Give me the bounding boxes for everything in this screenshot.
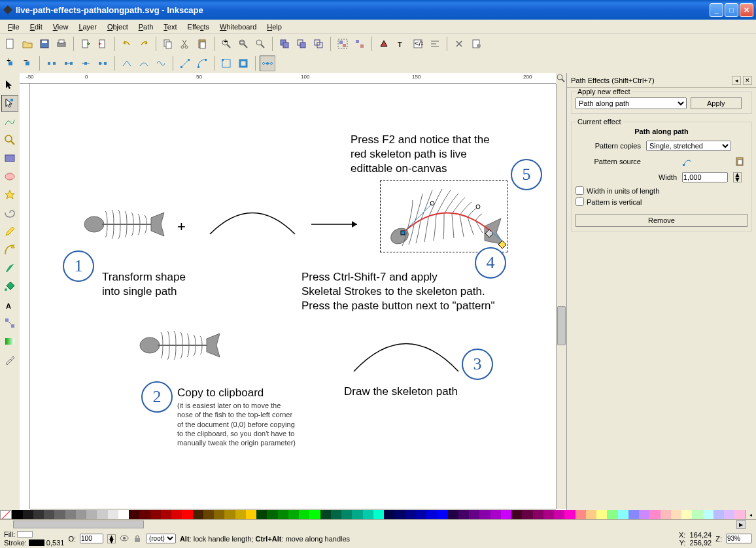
smooth-node-button[interactable] xyxy=(136,56,152,71)
paste-button[interactable] xyxy=(194,36,210,52)
pencil-tool[interactable] xyxy=(1,223,18,240)
zoom-fit-button[interactable] xyxy=(235,36,251,52)
stroke-swatch[interactable] xyxy=(29,539,44,546)
cusp-node-button[interactable] xyxy=(119,56,135,71)
menu-whiteboard[interactable]: Whiteboard xyxy=(215,21,262,33)
panel-close-icon[interactable]: ✕ xyxy=(743,76,752,85)
clone-button[interactable] xyxy=(294,36,309,52)
bezier-tool[interactable] xyxy=(1,241,18,258)
text-button[interactable]: T xyxy=(393,36,409,52)
object-to-path-button[interactable] xyxy=(218,56,234,71)
edit-path-icon[interactable] xyxy=(679,155,695,168)
zoom-page-button[interactable] xyxy=(252,36,268,52)
align-button[interactable] xyxy=(427,36,443,52)
ellipse-tool[interactable] xyxy=(1,168,18,185)
toolbar-node: + − xyxy=(0,54,756,73)
menu-file[interactable]: File xyxy=(3,21,25,33)
copy-button[interactable] xyxy=(160,36,176,52)
step-3-badge: 3 xyxy=(462,349,493,380)
show-handles-button[interactable] xyxy=(260,56,275,71)
join-node-button[interactable] xyxy=(61,56,77,71)
dropper-tool[interactable] xyxy=(1,351,18,368)
menu-effects[interactable]: Effects xyxy=(182,21,215,33)
tweak-tool[interactable] xyxy=(1,113,18,130)
remove-button[interactable]: Remove xyxy=(576,214,747,227)
palette-menu-icon[interactable]: ◂ xyxy=(746,510,756,519)
rect-tool[interactable] xyxy=(1,150,18,167)
export-button[interactable] xyxy=(95,36,111,52)
selector-tool[interactable] xyxy=(1,77,18,94)
join-segment-button[interactable] xyxy=(78,56,94,71)
paste-path-icon[interactable] xyxy=(732,155,747,168)
skeleton-arc xyxy=(351,332,462,375)
path-effects-panel: Path Effects (Shift+Ctrl+7) ◂ ✕ Apply ne… xyxy=(566,73,756,519)
zoom-icon[interactable] xyxy=(556,73,566,84)
duplicate-button[interactable] xyxy=(277,36,292,52)
text-tool[interactable]: A xyxy=(1,296,18,313)
menu-layer[interactable]: Layer xyxy=(73,21,102,33)
line-segment-button[interactable] xyxy=(177,56,193,71)
menu-help[interactable]: Help xyxy=(262,21,287,33)
effect-select[interactable]: Path along path xyxy=(576,97,687,109)
zoom-tool[interactable] xyxy=(1,131,18,148)
bucket-tool[interactable] xyxy=(1,278,18,295)
width-input[interactable] xyxy=(682,172,728,182)
pattern-vertical-checkbox[interactable] xyxy=(576,197,584,206)
doc-properties-button[interactable] xyxy=(468,36,484,52)
width-units-checkbox[interactable] xyxy=(576,186,584,195)
undo-button[interactable] xyxy=(119,36,135,52)
open-button[interactable] xyxy=(20,36,35,52)
break-node-button[interactable] xyxy=(44,56,60,71)
star-tool[interactable] xyxy=(1,186,18,203)
menu-view[interactable]: View xyxy=(48,21,74,33)
new-button[interactable] xyxy=(3,36,18,52)
palette-scroll[interactable]: ▶ xyxy=(0,520,756,529)
close-button[interactable]: ✕ xyxy=(740,3,753,17)
xml-editor-button[interactable]: </> xyxy=(410,36,426,52)
maximize-button[interactable]: □ xyxy=(725,3,738,17)
spiral-tool[interactable] xyxy=(1,205,18,222)
canvas[interactable]: + 1 Transform shape into single path Pre… xyxy=(30,84,556,509)
fill-swatch[interactable] xyxy=(17,531,33,538)
visibility-icon[interactable] xyxy=(120,534,129,544)
ungroup-button[interactable] xyxy=(352,36,368,52)
zoom-input[interactable] xyxy=(726,534,752,543)
pattern-copies-select[interactable]: Single, stretched xyxy=(646,141,731,151)
svg-line-84 xyxy=(403,203,432,233)
preferences-button[interactable] xyxy=(451,36,467,52)
group-button[interactable] xyxy=(335,36,351,52)
layer-select[interactable]: (root) xyxy=(146,534,176,543)
scrollbar-vertical[interactable] xyxy=(556,84,566,509)
stroke-to-path-button[interactable] xyxy=(235,56,251,71)
connector-tool[interactable] xyxy=(1,315,18,332)
node-tool[interactable] xyxy=(1,95,18,112)
calligraphy-tool[interactable] xyxy=(1,260,18,277)
panel-minimize-icon[interactable]: ◂ xyxy=(732,76,741,85)
redo-button[interactable] xyxy=(136,36,152,52)
print-button[interactable] xyxy=(54,36,69,52)
menu-path[interactable]: Path xyxy=(133,21,159,33)
save-button[interactable] xyxy=(37,36,52,52)
curve-segment-button[interactable] xyxy=(194,56,210,71)
gradient-tool[interactable] xyxy=(1,333,18,350)
unlink-clone-button[interactable] xyxy=(311,36,326,52)
apply-button[interactable]: Apply xyxy=(691,97,742,109)
menu-edit[interactable]: Edit xyxy=(25,21,48,33)
delete-node-button[interactable]: − xyxy=(20,56,35,71)
symmetric-node-button[interactable] xyxy=(153,56,169,71)
menu-text[interactable]: Text xyxy=(158,21,182,33)
width-down[interactable]: ▼ xyxy=(734,177,741,182)
cut-button[interactable] xyxy=(177,36,193,52)
opacity-input[interactable] xyxy=(80,534,103,543)
delete-segment-button[interactable] xyxy=(95,56,111,71)
fill-stroke-button[interactable] xyxy=(376,36,392,52)
menu-object[interactable]: Object xyxy=(102,21,133,33)
pattern-source-label: Pattern source xyxy=(576,158,641,165)
minimize-button[interactable]: _ xyxy=(710,3,723,17)
zoom-in-button[interactable]: + xyxy=(218,36,234,52)
lock-icon[interactable] xyxy=(133,534,142,544)
swatch-none[interactable] xyxy=(0,510,12,519)
color-palette[interactable]: ◂ xyxy=(0,510,756,519)
add-node-button[interactable]: + xyxy=(3,56,18,71)
import-button[interactable] xyxy=(78,36,94,52)
